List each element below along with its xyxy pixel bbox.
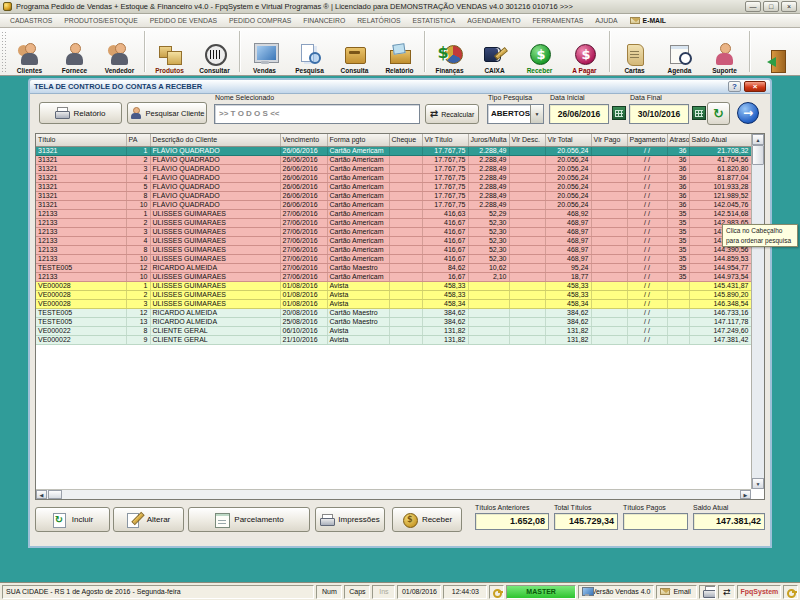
menu-item-financeiro[interactable]: FINANCEIRO — [297, 17, 351, 24]
column-header-pagamento[interactable]: Pagamento — [627, 134, 667, 146]
toolbar-button-pesquisa[interactable]: Pesquisa — [287, 28, 332, 75]
table-row[interactable]: 313214FLÁVIO QUADRADO26/06/2016Cartão Am… — [36, 173, 751, 182]
toolbar-button-cartas[interactable]: Cartas — [612, 28, 657, 75]
table-row[interactable]: 1213310ULISSES GUIMARAES27/06/2016Cartão… — [36, 254, 751, 263]
horizontal-scrollbar[interactable]: ◀ ▶ — [36, 489, 751, 499]
table-row[interactable]: 313213FLÁVIO QUADRADO26/06/2016Cartão Am… — [36, 164, 751, 173]
scroll-down-icon[interactable]: ▼ — [752, 478, 764, 489]
panel-close-button[interactable]: × — [744, 81, 766, 92]
toolbar-button-caixa[interactable]: CAIXA — [472, 28, 517, 75]
toolbar-button-suporte[interactable]: Suporte — [702, 28, 747, 75]
search-type-select[interactable]: ABERTOS ▼ — [487, 104, 544, 124]
column-header-vlr-pago[interactable]: Vlr Pago — [591, 134, 627, 146]
search-client-button[interactable]: Pesquisar Cliente — [127, 102, 207, 124]
cell: 131,82 — [545, 326, 591, 335]
table-row[interactable]: 313218FLÁVIO QUADRADO26/06/2016Cartão Am… — [36, 191, 751, 200]
table-row[interactable]: 313212FLÁVIO QUADRADO26/06/2016Cartão Am… — [36, 155, 751, 164]
incluir-button[interactable]: Incluir — [35, 507, 110, 532]
alterar-button[interactable]: Alterar — [113, 507, 184, 532]
close-button[interactable]: × — [781, 1, 797, 12]
scroll-right-icon[interactable]: ▶ — [740, 490, 751, 499]
go-button[interactable]: → — [737, 102, 759, 124]
toolbar-button-receber[interactable]: Receber — [517, 28, 562, 75]
menu-item-pedido-compras[interactable]: PEDIDO COMPRAS — [223, 17, 297, 24]
table-row[interactable]: VE0000282ULISSES GUIMARAES01/08/2016Avis… — [36, 290, 751, 299]
table-row[interactable]: 313215FLÁVIO QUADRADO26/06/2016Cartão Am… — [36, 182, 751, 191]
calendar-icon-end[interactable] — [692, 106, 706, 120]
table-row[interactable]: 121338ULISSES GUIMARAES27/06/2016Cartão … — [36, 245, 751, 254]
menu-item-ferramentas[interactable]: FERRAMENTAS — [526, 17, 589, 24]
report-button[interactable]: Relatório — [39, 102, 122, 124]
recalculate-button[interactable]: ⇄ Recalcular — [425, 104, 479, 124]
table-row[interactable]: TESTE00512RICARDO ALMEIDA27/06/2016Cartã… — [36, 263, 751, 272]
menu-item-pedido-de-vendas[interactable]: PEDIDO DE VENDAS — [144, 17, 223, 24]
table-row[interactable]: VE0000228CLIENTE GERAL06/10/2016Avista13… — [36, 326, 751, 335]
table-row[interactable]: VE0000281ULISSES GUIMARAES01/08/2016Avis… — [36, 281, 751, 290]
vertical-scroll-thumb[interactable] — [752, 145, 764, 165]
toolbar-button-produtos[interactable]: Produtos — [147, 28, 192, 75]
table-row[interactable]: 121332ULISSES GUIMARAES27/06/2016Cartão … — [36, 218, 751, 227]
column-header-vlr-total[interactable]: Vlr Total — [545, 134, 591, 146]
toolbar-button-exit[interactable] — [752, 28, 797, 75]
restore-button[interactable]: □ — [763, 1, 779, 12]
table-row[interactable]: VE0000283ULISSES GUIMARAES01/08/2016Avis… — [36, 299, 751, 308]
table-row[interactable]: 3132110FLÁVIO QUADRADO26/06/2016Cartão A… — [36, 200, 751, 209]
column-header-pa[interactable]: PA — [126, 134, 150, 146]
impress-es-button[interactable]: Impressões — [315, 507, 385, 532]
column-header-descri-o-do-cliente[interactable]: Descrição do Cliente — [150, 134, 280, 146]
menu-item-produtos-estoque[interactable]: PRODUTOS/ESTOQUE — [58, 17, 143, 24]
toolbar-button-clientes[interactable]: Clientes — [7, 28, 52, 75]
table-row[interactable]: TESTE00512RICARDO ALMEIDA20/08/2016Cartã… — [36, 308, 751, 317]
toolbar-button-fornece[interactable]: Fornece — [52, 28, 97, 75]
cell: 35 — [667, 254, 689, 263]
menu-item-email[interactable]: E-MAIL — [624, 17, 672, 24]
scroll-up-icon[interactable]: ▲ — [752, 134, 764, 145]
date-start-input[interactable]: 26/06/2016 — [549, 104, 609, 124]
menu-item-relat-rios[interactable]: RELATÓRIOS — [351, 17, 406, 24]
toolbar-button-finan-as[interactable]: Finanças — [427, 28, 472, 75]
toolbar-button-agenda[interactable]: Agenda — [657, 28, 702, 75]
selected-name-input[interactable]: >> T O D O S << — [214, 104, 420, 124]
table-row[interactable]: 1213310ULISSES GUIMARAES27/06/2016Cartão… — [36, 272, 751, 281]
table-row[interactable]: 121333ULISSES GUIMARAES27/06/2016Cartão … — [36, 227, 751, 236]
menu-item-ajuda[interactable]: AJUDA — [589, 17, 623, 24]
receber-button[interactable]: Receber — [392, 507, 462, 532]
menu-item-estatistica[interactable]: ESTATISTICA — [407, 17, 462, 24]
column-header-atraso[interactable]: Atraso — [667, 134, 689, 146]
scroll-left-icon[interactable]: ◀ — [36, 490, 47, 499]
vertical-scrollbar[interactable]: ▲ ▼ — [751, 134, 764, 489]
parcelamento-button[interactable]: Parcelamento — [188, 507, 310, 532]
minimize-button[interactable]: — — [745, 1, 761, 12]
status-printer[interactable] — [699, 585, 716, 599]
column-header-vencimento[interactable]: Vencimento — [280, 134, 327, 146]
refresh-button[interactable]: ↻ — [707, 102, 730, 125]
toolbar-button-a-pagar[interactable]: A Pagar — [562, 28, 607, 75]
toolbar-button-consultar[interactable]: Consultar — [192, 28, 237, 75]
column-header-vlr-desc-[interactable]: Vlr Desc. — [509, 134, 545, 146]
column-header-t-tulo[interactable]: Título — [36, 134, 126, 146]
column-header-vlr-t-tulo[interactable]: Vlr Título — [422, 134, 468, 146]
table-row[interactable]: 121334ULISSES GUIMARAES27/06/2016Cartão … — [36, 236, 751, 245]
panel-help-button[interactable]: ? — [728, 81, 741, 92]
date-end-input[interactable]: 30/10/2016 — [629, 104, 689, 124]
column-header-juros-multa[interactable]: Juros/Multa — [468, 134, 509, 146]
menu-item-cadastros[interactable]: CADASTROS — [4, 17, 58, 24]
table-row[interactable]: 313211FLÁVIO QUADRADO26/06/2016Cartão Am… — [36, 146, 751, 155]
toolbar-button-consulta[interactable]: Consulta — [332, 28, 377, 75]
table-row[interactable]: TESTE00513RICARDO ALMEIDA25/08/2016Cartã… — [36, 317, 751, 326]
table-row[interactable]: 121331ULISSES GUIMARAES27/06/2016Cartão … — [36, 209, 751, 218]
toolbar-button-vendas[interactable]: Vendas — [242, 28, 287, 75]
menu-item-agendamento[interactable]: AGENDAMENTO — [461, 17, 526, 24]
status-email[interactable]: Email — [656, 585, 696, 599]
table-row[interactable]: VE0000229CLIENTE GERAL21/10/2016Avista13… — [36, 335, 751, 344]
calendar-icon-start[interactable] — [612, 106, 626, 120]
status-transfer[interactable]: ⇄ — [718, 585, 735, 599]
horizontal-scroll-thumb[interactable] — [48, 490, 62, 499]
column-header-forma-pgto[interactable]: Forma pgto — [327, 134, 389, 146]
toolbar-button-relat-rio[interactable]: Relatório — [377, 28, 422, 75]
cell: Cartão Americam — [327, 254, 389, 263]
column-header-saldo-atual[interactable]: Saldo Atual — [689, 134, 751, 146]
chevron-down-icon[interactable]: ▼ — [530, 105, 543, 123]
column-header-cheque[interactable]: Cheque — [389, 134, 422, 146]
toolbar-button-vendedor[interactable]: Vendedor — [97, 28, 142, 75]
